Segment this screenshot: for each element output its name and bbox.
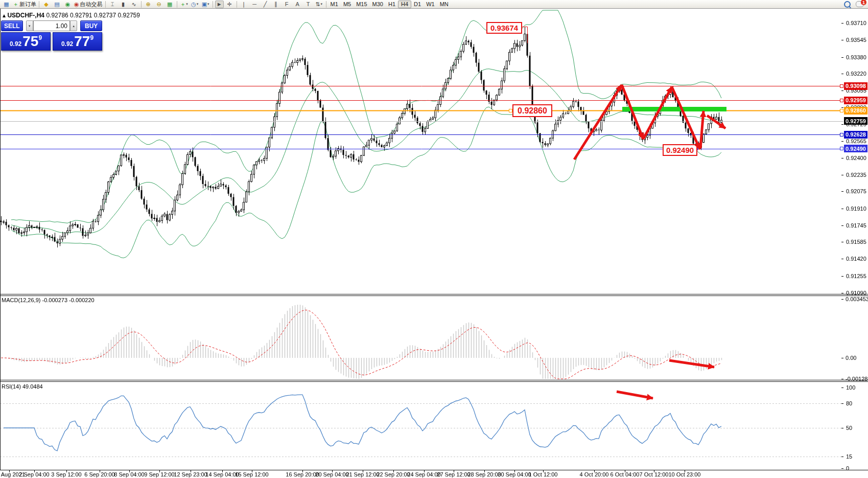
charts-window-icon[interactable]: ▤ (52, 1, 62, 8)
time-axis-label: 22 Sep 20:00 (377, 471, 410, 477)
macd-panel-divider[interactable] (0, 294, 868, 296)
sell-button[interactable]: SELL (1, 20, 23, 31)
buy-price-big: 77 (74, 34, 90, 49)
price-axis-tick: 0.93710 (846, 20, 866, 26)
arrows-icon[interactable]: ⇅▾ (314, 1, 324, 8)
time-axis-label: 4 Oct 20:00 (580, 471, 609, 477)
charts-window-icon: ▤ (54, 1, 59, 8)
templates-icon: ▣ (202, 1, 207, 8)
sell-price-prefix: 0.92 (10, 40, 21, 48)
chart-canvas (0, 0, 868, 478)
toolbar-separator (141, 1, 142, 8)
level-price-badge: 0.93098 (844, 82, 867, 90)
search-icon[interactable] (844, 1, 851, 8)
hline-icon[interactable]: ─ (250, 1, 260, 8)
time-axis-label: 21 Sep 12:00 (346, 471, 379, 477)
timeframe-h1-button[interactable]: H1 (386, 1, 398, 8)
buy-button[interactable]: BUY (80, 20, 102, 31)
level-label-box[interactable]: 0.92860 (512, 104, 552, 117)
toolbar-separator (177, 1, 177, 8)
timeframe-w1-button[interactable]: W1 (424, 1, 437, 8)
chevron-down-icon: ▾ (197, 2, 199, 6)
indicators-icon[interactable]: ＋▾ (179, 1, 189, 8)
level-price-badge: 0.92628 (844, 131, 867, 139)
timeframe-mn-button[interactable]: MN (437, 1, 451, 8)
rsi-axis-tick: 0 (846, 465, 849, 471)
label-icon: T (307, 1, 310, 7)
sell-price-sup: 9 (38, 34, 42, 41)
toolbar-separator (105, 1, 106, 8)
rsi-indicator-label: RSI(14) 49.0484 (2, 383, 43, 390)
time-axis-label: 12 Sep 23:00 (174, 471, 207, 477)
signal-icon: ◉ (65, 1, 71, 8)
buy-price-panel[interactable]: 0.92 77 9 (53, 32, 102, 51)
toolbar-right: 1 (844, 1, 867, 8)
market-watch-icon[interactable]: ▦ (2, 1, 11, 8)
volume-increase-button[interactable]: ▲ (70, 20, 77, 31)
time-axis-label: 6 Sep 20:00 (84, 471, 114, 477)
main-toolbar: ▦＋新订单◆▤◉◉自动交易⌶▮∿⊕⊖▦＋▾◷▾▣▾►✛❘─╱∥FAT⇅▾M1M5… (0, 0, 868, 9)
price-axis-tick: 0.91090 (846, 290, 866, 296)
time-axis-label: 24 Sep 04:00 (407, 471, 440, 477)
price-axis-tick: 0.91585 (846, 239, 866, 245)
chevron-down-icon: ▾ (320, 2, 322, 6)
volume-input[interactable] (33, 20, 70, 31)
volume-decrease-button[interactable]: ▼ (26, 20, 33, 31)
cursor-icon[interactable]: ► (215, 1, 224, 8)
sell-price-panel[interactable]: 0.92 75 9 (1, 32, 51, 51)
price-axis-tick: 0.92235 (846, 172, 866, 178)
time-axis-label: 2 Sep 04:00 (19, 471, 49, 477)
time-axis-label: 7 Oct 12:00 (640, 471, 669, 477)
label-icon[interactable]: T (303, 1, 313, 8)
price-axis-tick: 0.93545 (846, 37, 866, 43)
periods-icon[interactable]: ◷▾ (190, 1, 200, 8)
text-icon: A (295, 1, 299, 7)
zoom-in-icon[interactable]: ⊕ (144, 1, 153, 8)
macd-indicator-label: MACD(12,26,9) -0.000273 -0.000220 (2, 297, 95, 303)
periods-icon: ◷ (191, 1, 196, 8)
high-label-box[interactable]: 0.93674 (486, 22, 522, 34)
symbol-expand-icon[interactable]: ▴ (3, 12, 6, 19)
rsi-axis-tick: 50 (846, 425, 852, 431)
time-axis-label: 1 Oct 12:00 (529, 471, 558, 477)
zoom-out-icon[interactable]: ⊖ (154, 1, 164, 8)
channel-icon[interactable]: ∥ (271, 1, 281, 8)
profile-icon: ◆ (44, 1, 48, 8)
timeframe-m5-button[interactable]: M5 (341, 1, 354, 8)
autotrading-button[interactable]: ◉自动交易 (74, 1, 103, 8)
timeframe-d1-button[interactable]: D1 (411, 1, 424, 8)
time-axis-label: 10 Oct 23:00 (669, 471, 701, 477)
timeframe-m30-button[interactable]: M30 (370, 1, 386, 8)
channel-icon: ∥ (274, 1, 277, 8)
rsi-panel-divider[interactable] (0, 380, 868, 382)
low-label-box[interactable]: 0.92490 (663, 144, 697, 156)
templates-icon[interactable]: ▣▾ (201, 1, 210, 8)
rsi-axis-tick: 100 (846, 384, 855, 391)
tile-windows-icon[interactable]: ▦ (165, 1, 175, 8)
time-axis-label: 16 Sep 20:00 (286, 471, 319, 477)
trendline-icon: ╱ (264, 1, 267, 8)
text-icon[interactable]: A (293, 1, 302, 8)
timeframe-h4-button[interactable]: H4 (398, 1, 411, 8)
new-order-button[interactable]: ＋新订单 (12, 1, 37, 8)
time-axis-label: 9 Sep 12:00 (144, 471, 174, 477)
timeframe-m15-button[interactable]: M15 (354, 1, 369, 8)
notifications-icon[interactable]: 1 (856, 1, 864, 7)
zoom-in-icon: ⊕ (146, 1, 151, 8)
trendline-icon[interactable]: ╱ (261, 1, 270, 8)
crosshair-icon[interactable]: ✛ (225, 1, 234, 8)
timeframe-m1-button[interactable]: M1 (328, 1, 341, 8)
arrows-icon: ⇅ (315, 1, 320, 8)
signal-icon[interactable]: ◉ (63, 1, 73, 8)
line-chart-type-icon[interactable]: ∿ (129, 1, 139, 8)
vline-icon[interactable]: ❘ (239, 1, 249, 8)
bar-chart-type-icon[interactable]: ⌶ (108, 1, 118, 8)
level-price-badge: 0.92490 (844, 145, 867, 152)
fibo-icon[interactable]: F (282, 1, 292, 8)
current-price-badge: 0.92759 (844, 117, 867, 125)
profile-icon[interactable]: ◆ (41, 1, 51, 8)
candle-chart-type-icon[interactable]: ▮ (119, 1, 128, 8)
one-click-trading-panel: SELL ▼ ▲ BUY 0.92 75 9 0.92 77 9 (1, 20, 102, 51)
level-price-badge: 0.92860 (844, 107, 867, 115)
notification-badge: 1 (861, 0, 866, 5)
